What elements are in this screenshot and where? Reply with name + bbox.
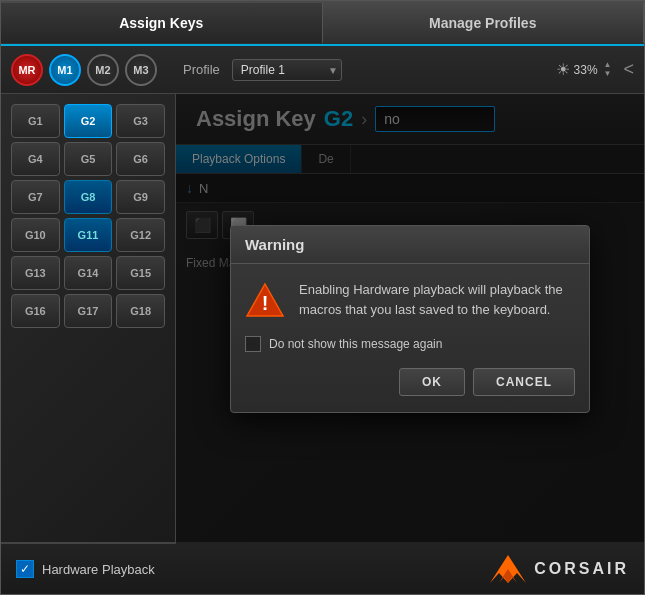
key-g16[interactable]: G16	[11, 294, 60, 328]
key-g4[interactable]: G4	[11, 142, 60, 176]
key-g6[interactable]: G6	[116, 142, 165, 176]
profile-label: Profile	[183, 62, 220, 77]
key-g18[interactable]: G18	[116, 294, 165, 328]
top-nav: Assign Keys Manage Profiles	[1, 1, 644, 46]
warning-triangle-icon: !	[245, 280, 285, 320]
ok-button[interactable]: OK	[399, 368, 465, 396]
brightness-down-arrow[interactable]: ▼	[604, 70, 612, 79]
right-panel: Assign Key G2 › Playback Options De ↓ N …	[176, 94, 644, 544]
key-g15[interactable]: G15	[116, 256, 165, 290]
key-g8[interactable]: G8	[64, 180, 113, 214]
dialog-checkbox-row: Do not show this message again	[245, 336, 575, 352]
tab-manage-profiles[interactable]: Manage Profiles	[323, 3, 645, 43]
hardware-playback-label: Hardware Playback	[42, 562, 155, 577]
key-g7[interactable]: G7	[11, 180, 60, 214]
dialog-body: ! Enabling Hardware playback will playba…	[231, 264, 589, 412]
dialog-message-text: Enabling Hardware playback will playback…	[299, 280, 575, 319]
do-not-show-checkbox[interactable]	[245, 336, 261, 352]
status-bar: Hardware Playback CORSAIR	[1, 542, 644, 594]
tab-assign-keys[interactable]: Assign Keys	[1, 3, 323, 43]
key-g14[interactable]: G14	[64, 256, 113, 290]
corsair-logo-area: CORSAIR	[490, 555, 629, 583]
app-window: Assign Keys Manage Profiles MR M1 M2 M3 …	[0, 0, 645, 595]
svg-text:!: !	[262, 292, 269, 314]
dialog-message-row: ! Enabling Hardware playback will playba…	[245, 280, 575, 320]
key-g3[interactable]: G3	[116, 104, 165, 138]
profile-select[interactable]: Profile 1	[232, 59, 342, 81]
dialog-title-bar: Warning	[231, 226, 589, 264]
key-g11[interactable]: G11	[64, 218, 113, 252]
key-grid: G1 G2 G3 G4 G5 G6 G7 G8 G9 G10 G11 G12 G…	[11, 104, 165, 328]
mode-m3-button[interactable]: M3	[125, 54, 157, 86]
corsair-logo-icon	[490, 555, 526, 583]
brightness-percent: 33%	[574, 63, 598, 77]
profile-select-wrapper: Profile 1 ▼	[232, 59, 342, 81]
key-g1[interactable]: G1	[11, 104, 60, 138]
brightness-area: ☀ 33% ▲ ▼ <	[556, 59, 634, 80]
brightness-arrows: ▲ ▼	[604, 61, 612, 79]
key-g17[interactable]: G17	[64, 294, 113, 328]
corsair-text: CORSAIR	[534, 560, 629, 578]
key-g12[interactable]: G12	[116, 218, 165, 252]
keyboard-panel: G1 G2 G3 G4 G5 G6 G7 G8 G9 G10 G11 G12 G…	[1, 94, 176, 544]
mode-m1-button[interactable]: M1	[49, 54, 81, 86]
do-not-show-label: Do not show this message again	[269, 337, 442, 351]
mode-mr-button[interactable]: MR	[11, 54, 43, 86]
profile-bar: MR M1 M2 M3 Profile Profile 1 ▼ ☀ 33% ▲ …	[1, 46, 644, 94]
hardware-playback-row: Hardware Playback	[16, 560, 155, 578]
dialog-overlay: Warning ! Enabling Hardware playback wil…	[176, 94, 644, 544]
brightness-icon: ☀	[556, 60, 570, 79]
key-g10[interactable]: G10	[11, 218, 60, 252]
key-g5[interactable]: G5	[64, 142, 113, 176]
key-g13[interactable]: G13	[11, 256, 60, 290]
key-g2[interactable]: G2	[64, 104, 113, 138]
mode-m2-button[interactable]: M2	[87, 54, 119, 86]
dialog-title: Warning	[245, 236, 304, 253]
nav-back-arrow[interactable]: <	[623, 59, 634, 80]
warning-dialog: Warning ! Enabling Hardware playback wil…	[230, 225, 590, 413]
key-g9[interactable]: G9	[116, 180, 165, 214]
hardware-playback-checkbox[interactable]	[16, 560, 34, 578]
main-content: G1 G2 G3 G4 G5 G6 G7 G8 G9 G10 G11 G12 G…	[1, 94, 644, 544]
cancel-button[interactable]: CANCEL	[473, 368, 575, 396]
dialog-buttons: OK CANCEL	[245, 368, 575, 396]
